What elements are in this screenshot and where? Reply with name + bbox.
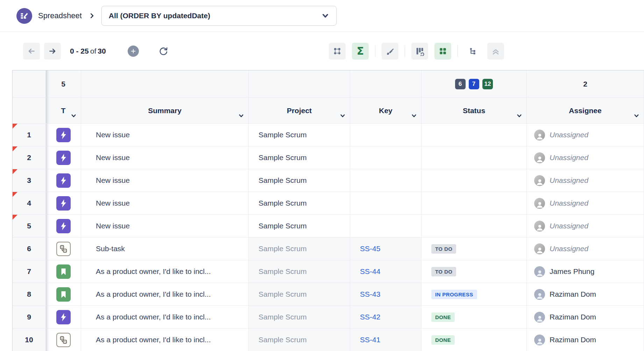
key-cell[interactable] <box>350 124 422 146</box>
project-cell[interactable]: Sample Scrum <box>249 306 350 329</box>
status-cell[interactable]: TO DO <box>422 238 527 260</box>
column-settings-button[interactable] <box>411 43 428 60</box>
row-number-cell[interactable]: 1 <box>13 124 46 146</box>
chevron-down-icon[interactable] <box>340 113 346 119</box>
project-cell[interactable]: Sample Scrum <box>249 329 350 351</box>
collapse-all-button[interactable] <box>487 43 504 60</box>
column-header-assignee[interactable]: Assignee <box>527 98 644 124</box>
previous-page-button[interactable] <box>23 43 40 60</box>
summary-cell[interactable]: As a product owner, I'd like to incl... <box>81 329 249 351</box>
chevron-down-icon[interactable] <box>238 113 244 119</box>
status-cell[interactable] <box>422 215 527 238</box>
type-cell[interactable] <box>46 192 81 215</box>
assignee-cell[interactable]: Unassigned <box>527 146 644 169</box>
key-cell[interactable] <box>350 146 422 169</box>
type-cell[interactable] <box>46 329 81 351</box>
row-number-cell[interactable]: 8 <box>13 283 46 306</box>
chevron-down-icon[interactable] <box>411 113 417 119</box>
sum-formulas-button[interactable]: Σ <box>352 43 369 60</box>
column-header-project[interactable]: Project <box>249 98 350 124</box>
refresh-button[interactable] <box>156 44 170 58</box>
status-cell[interactable] <box>422 169 527 192</box>
view-selector-dropdown[interactable]: All (ORDER BY updatedDate) <box>101 6 337 26</box>
type-cell[interactable] <box>46 306 81 329</box>
key-cell[interactable]: SS-44 <box>350 260 422 283</box>
assignee-cell[interactable]: Unassigned <box>527 215 644 238</box>
key-cell[interactable] <box>350 169 422 192</box>
type-cell[interactable] <box>46 238 81 260</box>
chevron-down-icon[interactable] <box>71 113 77 119</box>
key-cell[interactable] <box>350 215 422 238</box>
status-cell[interactable]: DONE <box>422 329 527 351</box>
assignee-cell[interactable]: Raziman Dom <box>527 283 644 306</box>
column-header-t[interactable]: T <box>46 98 81 124</box>
chevron-down-icon[interactable] <box>516 113 522 119</box>
type-cell[interactable] <box>46 260 81 283</box>
key-cell[interactable]: SS-41 <box>350 329 422 351</box>
status-cell[interactable]: TO DO <box>422 260 527 283</box>
summary-cell[interactable]: New issue <box>81 146 249 169</box>
row-number-cell[interactable]: 5 <box>13 215 46 238</box>
type-cell[interactable] <box>46 283 81 306</box>
project-cell[interactable]: Sample Scrum <box>249 283 350 306</box>
assignee-cell[interactable]: Unassigned <box>527 169 644 192</box>
status-cell[interactable]: IN PROGRESS <box>422 283 527 306</box>
chevron-down-icon[interactable] <box>634 113 639 119</box>
breadcrumb-app-title[interactable]: Spreadsheet <box>38 11 82 20</box>
format-painter-button[interactable] <box>382 43 398 60</box>
column-header-summary[interactable]: Summary <box>81 98 249 124</box>
status-cell[interactable]: DONE <box>422 306 527 329</box>
assignee-cell[interactable]: Raziman Dom <box>527 329 644 351</box>
status-cell[interactable] <box>422 124 527 146</box>
key-link[interactable]: SS-45 <box>360 245 380 253</box>
column-header-key[interactable]: Key <box>350 98 422 124</box>
type-cell[interactable] <box>46 215 81 238</box>
status-cell[interactable] <box>422 146 527 169</box>
summary-cell[interactable]: New issue <box>81 192 249 215</box>
grid-view-button[interactable] <box>434 43 451 60</box>
assignee-cell[interactable]: James Phung <box>527 260 644 283</box>
hierarchy-button[interactable] <box>464 43 481 60</box>
row-number-cell[interactable]: 10 <box>13 329 46 351</box>
key-link[interactable]: SS-43 <box>360 290 380 298</box>
project-cell[interactable]: Sample Scrum <box>249 146 350 169</box>
key-link[interactable]: SS-41 <box>360 336 380 344</box>
row-number-cell[interactable]: 9 <box>13 306 46 329</box>
summary-cell[interactable]: New issue <box>81 124 249 146</box>
type-cell[interactable] <box>46 169 81 192</box>
project-cell[interactable]: Sample Scrum <box>249 169 350 192</box>
column-header-status[interactable]: Status <box>422 98 527 124</box>
project-cell[interactable]: Sample Scrum <box>249 215 350 238</box>
project-cell[interactable]: Sample Scrum <box>249 192 350 215</box>
key-cell[interactable]: SS-43 <box>350 283 422 306</box>
dots-grid-button[interactable] <box>329 43 346 60</box>
summary-cell[interactable]: New issue <box>81 215 249 238</box>
key-cell[interactable]: SS-45 <box>350 238 422 260</box>
key-link[interactable]: SS-42 <box>360 313 380 321</box>
row-number-cell[interactable]: 6 <box>13 238 46 260</box>
next-page-button[interactable] <box>44 43 61 60</box>
type-cell[interactable] <box>46 146 81 169</box>
summary-cell[interactable]: As a product owner, I'd like to incl... <box>81 306 249 329</box>
row-number-cell[interactable]: 7 <box>13 260 46 283</box>
row-number-cell[interactable]: 4 <box>13 192 46 215</box>
key-link[interactable]: SS-44 <box>360 267 380 276</box>
project-cell[interactable]: Sample Scrum <box>249 238 350 260</box>
row-number-cell[interactable]: 2 <box>13 146 46 169</box>
type-cell[interactable] <box>46 124 81 146</box>
summary-cell[interactable]: As a product owner, I'd like to incl... <box>81 260 249 283</box>
add-row-button[interactable] <box>128 46 139 57</box>
assignee-cell[interactable]: Unassigned <box>527 238 644 260</box>
key-cell[interactable] <box>350 192 422 215</box>
project-cell[interactable]: Sample Scrum <box>249 260 350 283</box>
summary-cell[interactable]: Sub-task <box>81 238 249 260</box>
assignee-cell[interactable]: Unassigned <box>527 124 644 146</box>
status-cell[interactable] <box>422 192 527 215</box>
summary-cell[interactable]: As a product owner, I'd like to incl... <box>81 283 249 306</box>
summary-cell[interactable]: New issue <box>81 169 249 192</box>
project-cell[interactable]: Sample Scrum <box>249 124 350 146</box>
assignee-cell[interactable]: Unassigned <box>527 192 644 215</box>
row-number-cell[interactable]: 3 <box>13 169 46 192</box>
assignee-cell[interactable]: Raziman Dom <box>527 306 644 329</box>
key-cell[interactable]: SS-42 <box>350 306 422 329</box>
